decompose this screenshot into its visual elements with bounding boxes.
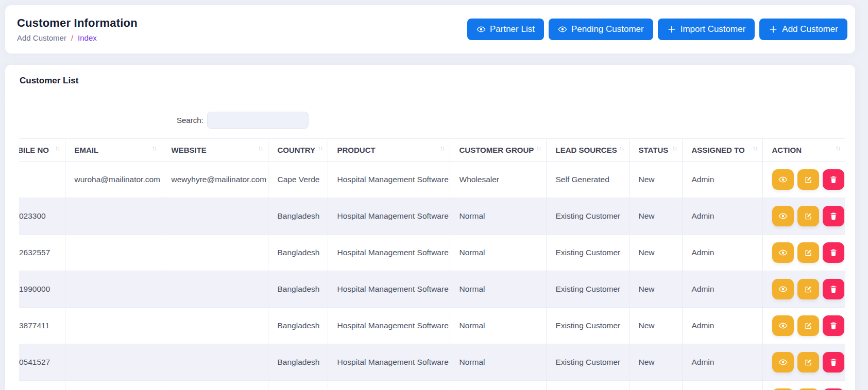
cell-email: [65, 381, 162, 390]
cell-website: [162, 344, 268, 381]
header-button-label: Partner List: [490, 24, 535, 34]
cell-mobile-value: 0541527: [19, 358, 50, 367]
column-header-label: EMAIL: [75, 146, 99, 154]
search-input[interactable]: [207, 112, 309, 129]
cell-country: Bangladesh: [268, 235, 328, 271]
cell-website: [162, 235, 268, 271]
eye-icon: [778, 285, 788, 294]
column-header-label: PRODUCT: [337, 146, 376, 154]
action-delete-button[interactable]: [823, 206, 844, 226]
header-button-import-customer[interactable]: Import Customer: [658, 19, 755, 40]
header-button-label: Add Customer: [782, 24, 838, 34]
header-button-pending-customer[interactable]: Pending Customer: [549, 19, 653, 40]
cell-lead: Existing Customer: [546, 235, 629, 271]
column-header-label: ASSIGNED TO: [692, 146, 745, 154]
row-action-buttons: [772, 162, 841, 198]
eye-icon: [476, 25, 486, 34]
column-header-customer-group[interactable]: CUSTOMER GROUP↑↓: [450, 139, 546, 162]
column-header-lead-sources[interactable]: LEAD SOURCES↑↓: [546, 139, 629, 162]
trash-icon: [829, 212, 838, 220]
cell-lead: [546, 381, 629, 390]
cell-product: Hospital Management Software: [328, 308, 450, 344]
action-edit-button[interactable]: [797, 242, 819, 263]
cell-mobile-value: 1990000: [19, 285, 50, 294]
column-header-label: ACTION: [772, 146, 802, 154]
column-header-website[interactable]: WEBSITE↑↓: [162, 139, 268, 162]
header-button-partner-list[interactable]: Partner List: [467, 19, 544, 40]
cell-action: [762, 198, 845, 235]
action-delete-button[interactable]: [823, 352, 844, 373]
cell-group: Normal: [450, 198, 546, 235]
cell-lead: Existing Customer: [546, 271, 629, 308]
cell-assigned: Admin: [682, 235, 762, 271]
cell-mobile: [19, 381, 65, 390]
header-button-add-customer[interactable]: Add Customer: [759, 19, 847, 40]
column-header-action[interactable]: ACTION↑↓: [762, 139, 845, 162]
customer-list-card-body: Search: MOBILE NO↑↓EMAIL↑↓WEBSITE↑↓COUNT…: [5, 112, 855, 390]
cell-assigned-value: Admin: [692, 321, 714, 330]
sort-arrows-icon: ↑↓: [536, 144, 541, 152]
column-header-mobile-no[interactable]: MOBILE NO↑↓: [19, 139, 65, 162]
card-title: Customer List: [20, 76, 78, 86]
action-edit-button[interactable]: [797, 315, 819, 336]
cell-status: New: [629, 235, 682, 271]
trash-icon: [829, 175, 838, 184]
cell-group: [450, 381, 546, 390]
cell-website: [162, 308, 268, 344]
table-row: 2632557BangladeshHospital Management Sof…: [19, 235, 845, 271]
edit-icon: [804, 358, 812, 366]
edit-icon: [804, 322, 812, 330]
sort-arrows-icon: ↑↓: [318, 144, 322, 152]
cell-group: Normal: [450, 308, 546, 344]
cell-mobile: 3877411: [19, 308, 65, 344]
column-header-product[interactable]: PRODUCT↑↓: [328, 139, 450, 162]
cell-product: [328, 381, 450, 390]
action-view-button[interactable]: [772, 352, 794, 373]
column-header-country[interactable]: COUNTRY↑↓: [268, 139, 328, 162]
action-view-button[interactable]: [772, 206, 794, 226]
action-delete-button[interactable]: [823, 315, 844, 336]
action-edit-button[interactable]: [797, 206, 819, 226]
cell-country-value: Bangladesh: [278, 285, 320, 293]
action-view-button[interactable]: [772, 169, 794, 190]
cell-product: Hospital Management Software: [328, 198, 450, 235]
cell-email-value: wuroha@mailinator.com: [75, 175, 161, 184]
cell-country: Bangladesh: [268, 271, 328, 308]
column-header-label: LEAD SOURCES: [556, 146, 617, 154]
cell-email: [65, 198, 162, 235]
cell-group-value: Wholesaler: [459, 175, 500, 184]
breadcrumb: Add Customer / Index: [17, 33, 138, 42]
action-edit-button[interactable]: [797, 279, 819, 299]
cell-mobile-value: 3877411: [19, 321, 49, 330]
column-header-email[interactable]: EMAIL↑↓: [65, 139, 162, 162]
breadcrumb-parent[interactable]: Add Customer: [17, 33, 66, 42]
column-header-status[interactable]: STATUS↑↓: [629, 139, 682, 162]
cell-assigned-value: Admin: [692, 248, 714, 257]
action-delete-button[interactable]: [823, 169, 844, 190]
table-row: [19, 381, 845, 390]
action-view-button[interactable]: [772, 315, 794, 336]
cell-group: Normal: [450, 271, 546, 308]
cell-product-value: Hospital Management Software: [337, 358, 449, 366]
action-edit-button[interactable]: [797, 169, 819, 190]
cell-product-value: Hospital Management Software: [337, 285, 449, 293]
cell-product: Hospital Management Software: [328, 344, 450, 381]
sort-arrows-icon: ↑↓: [672, 144, 677, 152]
cell-group-value: Normal: [459, 285, 485, 293]
cell-group: Normal: [450, 235, 546, 271]
action-delete-button[interactable]: [823, 242, 844, 263]
row-action-buttons: [772, 271, 841, 307]
action-view-button[interactable]: [772, 279, 794, 299]
sort-arrows-icon: ↑↓: [55, 144, 60, 152]
action-view-button[interactable]: [772, 242, 794, 263]
column-header-assigned-to[interactable]: ASSIGNED TO↑↓: [682, 139, 762, 162]
cell-assigned: Admin: [682, 344, 762, 381]
cell-mobile-value: 2632557: [19, 248, 50, 257]
action-delete-button[interactable]: [823, 279, 844, 299]
column-header-label: CUSTOMER GROUP: [459, 146, 534, 154]
cell-country-value: Bangladesh: [278, 211, 320, 220]
cell-status-value: New: [639, 321, 655, 330]
cell-action: [762, 235, 845, 271]
breadcrumb-current[interactable]: Index: [78, 33, 97, 42]
action-edit-button[interactable]: [797, 352, 819, 373]
